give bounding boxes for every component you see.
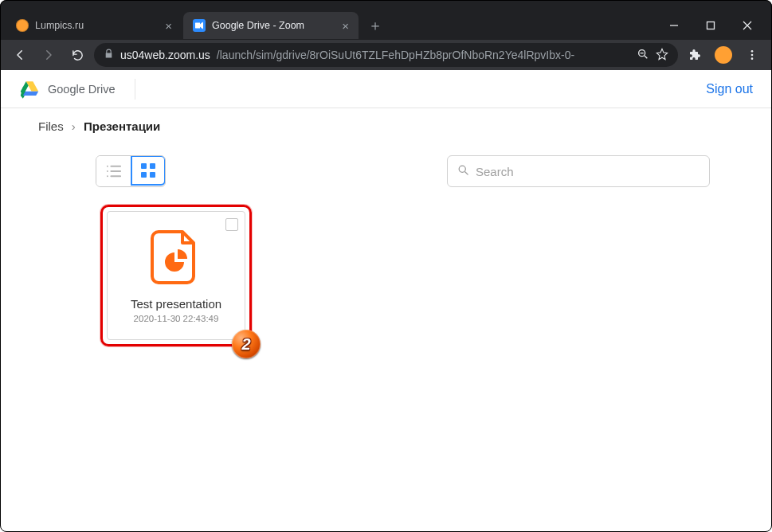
close-window-button[interactable] xyxy=(729,11,766,40)
bookmark-star-icon[interactable] xyxy=(656,48,668,63)
lock-icon xyxy=(104,49,114,61)
svg-rect-16 xyxy=(141,163,147,169)
search-icon xyxy=(457,164,469,179)
favicon-zoom xyxy=(193,19,206,32)
files-grid: Test presentation 2020-11-30 22:43:49 2 xyxy=(0,192,772,346)
tab-label: Google Drive - Zoom xyxy=(212,20,335,31)
forward-button[interactable] xyxy=(37,43,61,67)
divider xyxy=(135,79,135,100)
new-tab-button[interactable]: ＋ xyxy=(360,16,390,35)
svg-rect-17 xyxy=(150,163,155,169)
svg-point-8 xyxy=(751,54,754,57)
favicon-lumpics xyxy=(16,19,29,32)
drive-title: Google Drive xyxy=(48,83,116,96)
drive-header: Google Drive Sign out xyxy=(0,70,772,108)
list-view-button[interactable] xyxy=(96,156,131,186)
svg-point-9 xyxy=(751,57,754,60)
svg-rect-19 xyxy=(150,172,155,178)
grid-view-button[interactable] xyxy=(131,155,166,186)
maximize-button[interactable] xyxy=(692,11,729,40)
list-icon xyxy=(105,164,123,178)
grid-icon xyxy=(140,162,156,178)
tab-strip: Lumpics.ru × Google Drive - Zoom × ＋ xyxy=(0,11,772,40)
url-path: /launch/sim/gdrive/8rOiSuUt6TZLFehDpHZb8… xyxy=(217,49,630,61)
svg-line-5 xyxy=(645,56,647,58)
svg-point-7 xyxy=(751,50,754,53)
close-icon[interactable]: × xyxy=(342,19,349,33)
reload-button[interactable] xyxy=(65,43,89,67)
toolbar xyxy=(0,139,772,192)
chevron-right-icon: › xyxy=(72,119,76,133)
extensions-button[interactable] xyxy=(683,43,707,67)
extension-lumpics-icon[interactable] xyxy=(715,46,732,64)
sign-out-link[interactable]: Sign out xyxy=(706,82,753,96)
breadcrumb-current: Презентации xyxy=(84,119,160,133)
browser-tab-zoom-drive[interactable]: Google Drive - Zoom × xyxy=(183,12,359,39)
svg-rect-18 xyxy=(141,172,147,178)
svg-rect-1 xyxy=(707,22,715,29)
google-drive-logo[interactable]: Google Drive xyxy=(19,80,116,99)
address-bar: us04web.zoom.us/launch/sim/gdrive/8rOiSu… xyxy=(0,40,772,70)
url-domain: us04web.zoom.us xyxy=(120,49,210,61)
file-checkbox[interactable] xyxy=(225,218,238,231)
search-box[interactable] xyxy=(447,155,710,187)
window-controls xyxy=(656,11,766,40)
minimize-button[interactable] xyxy=(656,11,692,40)
browser-menu-button[interactable] xyxy=(740,43,764,67)
zoom-indicator-icon[interactable] xyxy=(637,48,649,63)
file-card-test-presentation[interactable]: Test presentation 2020-11-30 22:43:49 2 xyxy=(100,205,252,346)
annotation-step-badge: 2 xyxy=(232,330,261,358)
breadcrumb: Files › Презентации xyxy=(0,108,772,139)
page-content: Google Drive Sign out Files › Презентаци… xyxy=(0,70,772,532)
tab-label: Lumpics.ru xyxy=(35,20,159,31)
window-titlebar xyxy=(0,0,772,11)
slides-file-icon xyxy=(151,229,202,286)
view-toggle xyxy=(96,155,166,187)
search-input[interactable] xyxy=(476,165,700,178)
breadcrumb-root[interactable]: Files xyxy=(38,119,64,133)
browser-tab-lumpics[interactable]: Lumpics.ru × xyxy=(6,12,182,39)
back-button[interactable] xyxy=(8,43,32,67)
svg-line-21 xyxy=(465,172,468,174)
file-date: 2020-11-30 22:43:49 xyxy=(134,314,219,323)
drive-icon xyxy=(19,80,40,99)
svg-point-20 xyxy=(459,166,465,172)
close-icon[interactable]: × xyxy=(165,19,172,33)
file-name: Test presentation xyxy=(131,297,221,311)
omnibox[interactable]: us04web.zoom.us/launch/sim/gdrive/8rOiSu… xyxy=(94,43,678,67)
